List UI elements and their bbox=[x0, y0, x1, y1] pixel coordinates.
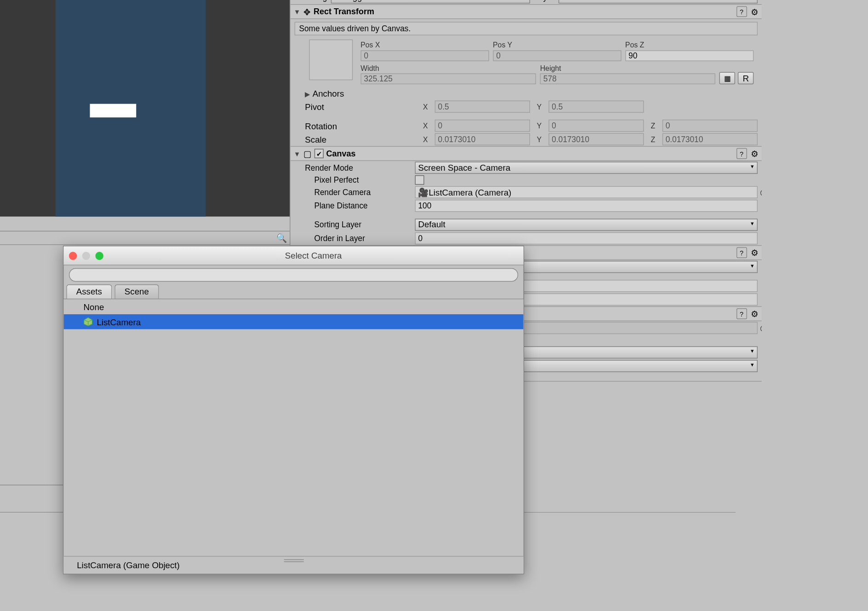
rect-transform-icon: ✥ bbox=[303, 6, 311, 17]
rect-transform-title: Rect Transform bbox=[314, 7, 374, 17]
tag-dropdown[interactable]: Untagged bbox=[331, 0, 531, 3]
picker-close-button[interactable] bbox=[69, 252, 77, 260]
scale-row: Scale X Y Z bbox=[290, 133, 761, 146]
posy-field[interactable] bbox=[493, 50, 621, 61]
picker-search-field[interactable] bbox=[69, 268, 518, 282]
rot-x[interactable] bbox=[434, 120, 530, 132]
canvas-icon: ▢ bbox=[303, 148, 311, 158]
canvas-header[interactable]: ▼ ▢ ✔ Canvas ? ⚙ bbox=[290, 146, 761, 161]
scale-z[interactable] bbox=[662, 133, 757, 145]
rect-transform-header[interactable]: ▼ ✥ Rect Transform ? ⚙ bbox=[290, 4, 761, 19]
order-in-layer-field[interactable] bbox=[415, 232, 757, 245]
gear-icon[interactable]: ⚙ bbox=[751, 309, 759, 319]
picker-titlebar: Select Camera bbox=[63, 247, 523, 265]
render-mode-dropdown[interactable]: Screen Space - Camera bbox=[415, 161, 757, 174]
layer-label: Layer bbox=[534, 0, 554, 2]
ui-element bbox=[90, 104, 137, 118]
gear-icon[interactable]: ⚙ bbox=[751, 6, 759, 17]
object-picker-icon[interactable]: ◎ bbox=[758, 323, 761, 333]
sorting-layer-label: Sorting Layer bbox=[314, 220, 411, 230]
gameobject-icon bbox=[83, 317, 92, 327]
search-icon[interactable]: 🔍 bbox=[276, 233, 287, 243]
sorting-layer-dropdown[interactable]: Default bbox=[415, 219, 757, 231]
picker-status-bar: ListCamera (Game Object) bbox=[63, 556, 523, 573]
anchors-foldout[interactable]: ▶ Anchors bbox=[290, 87, 761, 100]
posz-field[interactable] bbox=[625, 50, 753, 61]
object-picker-window: Select Camera 🔍 Assets Scene None ListCa… bbox=[63, 246, 524, 574]
object-picker-icon[interactable]: ◎ bbox=[758, 187, 761, 197]
rot-y[interactable] bbox=[548, 120, 643, 132]
gear-icon[interactable]: ⚙ bbox=[751, 148, 759, 158]
rect-transform-body: Pos X Pos Y Pos Z Width Height ▦R bbox=[290, 38, 761, 87]
help-icon[interactable]: ? bbox=[736, 247, 747, 258]
canvas-title: Canvas bbox=[326, 149, 355, 158]
foldout-icon[interactable]: ▼ bbox=[293, 8, 301, 15]
pixel-perfect-label: Pixel Perfect bbox=[314, 175, 411, 185]
game-view bbox=[0, 0, 290, 217]
rt-driven-note: Some values driven by Canvas. bbox=[294, 22, 757, 35]
rotation-label: Rotation bbox=[305, 121, 416, 131]
picker-tab-assets[interactable]: Assets bbox=[66, 284, 112, 299]
picker-item-listcamera[interactable]: ListCamera bbox=[63, 314, 523, 329]
anchor-preset[interactable] bbox=[309, 40, 353, 81]
picker-min-button bbox=[82, 252, 90, 260]
pivot-row: Pivot X Y bbox=[290, 100, 761, 114]
tag-label: Tag bbox=[314, 0, 327, 2]
help-icon[interactable]: ? bbox=[736, 308, 747, 319]
pixel-perfect-checkbox[interactable] bbox=[415, 175, 424, 185]
hierarchy-toolbar: Create 🔍 bbox=[0, 231, 290, 245]
resize-grip[interactable] bbox=[284, 559, 303, 562]
picker-list: None ListCamera bbox=[63, 300, 523, 556]
pivot-label: Pivot bbox=[305, 102, 416, 112]
hierarchy-header: ≡ Hierarchy bbox=[0, 217, 290, 231]
height-field[interactable] bbox=[540, 73, 715, 84]
picker-title: Select Camera bbox=[108, 250, 518, 260]
posz-label: Pos Z bbox=[625, 40, 753, 49]
posy-label: Pos Y bbox=[493, 40, 621, 49]
camera-icon: 🎥 bbox=[418, 187, 428, 197]
help-icon[interactable]: ? bbox=[736, 148, 747, 159]
rot-z[interactable] bbox=[662, 120, 757, 132]
plane-distance-label: Plane Distance bbox=[314, 201, 411, 211]
height-label: Height bbox=[540, 64, 715, 72]
picker-tab-scene[interactable]: Scene bbox=[114, 284, 159, 299]
plane-distance-field[interactable] bbox=[415, 200, 757, 212]
layer-dropdown[interactable]: UI bbox=[558, 0, 758, 3]
picker-item-none[interactable]: None bbox=[63, 300, 523, 314]
tag-layer-row: Tag Untagged Layer UI bbox=[290, 0, 761, 4]
picker-zoom-button[interactable] bbox=[95, 252, 103, 260]
order-in-layer-label: Order in Layer bbox=[314, 234, 411, 243]
raw-edit-button[interactable]: R bbox=[738, 72, 754, 84]
posx-field[interactable] bbox=[360, 50, 489, 61]
rotation-row: Rotation X Y Z bbox=[290, 119, 761, 133]
picker-status-text: ListCamera (Game Object) bbox=[77, 560, 180, 570]
help-icon[interactable]: ? bbox=[736, 6, 747, 17]
scale-label: Scale bbox=[305, 134, 416, 144]
canvas-enabled[interactable]: ✔ bbox=[314, 149, 323, 158]
scale-x[interactable] bbox=[434, 133, 530, 145]
blueprint-button[interactable]: ▦ bbox=[720, 72, 736, 84]
width-field[interactable] bbox=[360, 73, 536, 84]
render-mode-label: Render Mode bbox=[305, 163, 411, 173]
picker-tabs: Assets Scene bbox=[63, 284, 523, 299]
render-camera-label: Render Camera bbox=[314, 187, 411, 197]
scale-y[interactable] bbox=[548, 133, 643, 145]
gear-icon[interactable]: ⚙ bbox=[751, 248, 759, 258]
pivot-y[interactable] bbox=[548, 100, 643, 113]
posx-label: Pos X bbox=[360, 40, 489, 49]
pivot-x[interactable] bbox=[434, 100, 530, 113]
foldout-icon[interactable]: ▼ bbox=[293, 150, 301, 157]
width-label: Width bbox=[360, 64, 536, 72]
render-camera-field[interactable]: 🎥ListCamera (Camera)◎ bbox=[415, 186, 757, 198]
picker-search: 🔍 bbox=[63, 265, 523, 284]
